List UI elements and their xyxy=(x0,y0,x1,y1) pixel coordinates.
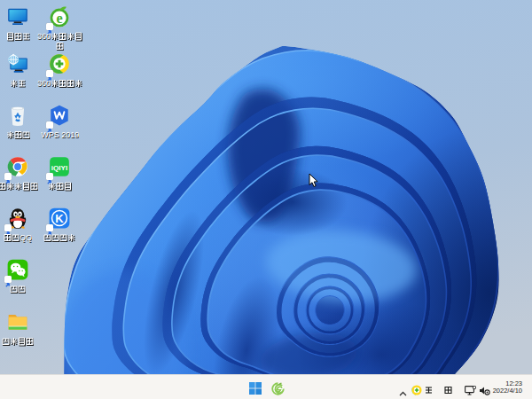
svg-text:360: 360 xyxy=(37,79,51,88)
svg-text:360: 360 xyxy=(37,32,51,41)
svg-text:e: e xyxy=(56,11,62,27)
svg-text:QQ: QQ xyxy=(20,233,32,242)
svg-text:WPS 2019: WPS 2019 xyxy=(41,130,79,139)
svg-text:K: K xyxy=(55,212,64,225)
svg-text:iQIYI: iQIYI xyxy=(51,164,67,172)
